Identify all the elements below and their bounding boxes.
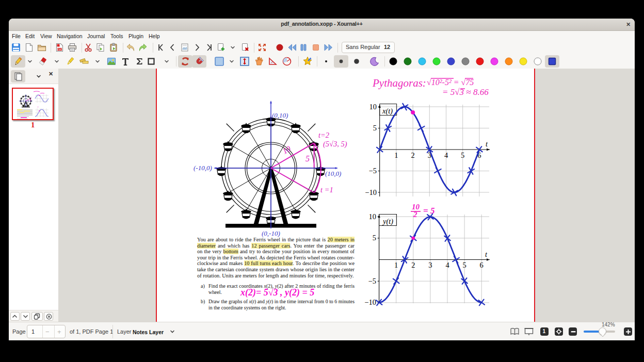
svg-text:1: 1 [394,261,398,269]
svg-text:t: t [31,96,32,98]
svg-text:10: 10 [369,103,377,111]
svg-text:(0,-10): (0,-10) [262,229,280,237]
svg-text:10: 10 [369,212,377,221]
svg-text:t=2: t=2 [318,131,329,139]
svg-text:3: 3 [428,261,432,269]
svg-text:√10²-5² = √75: √10²-5² = √75 [427,78,474,87]
svg-text:5: 5 [462,261,466,269]
svg-text:5: 5 [305,154,310,163]
svg-text:6: 6 [480,261,484,269]
svg-text:Pythagoras:: Pythagoras: [372,77,426,89]
svg-text:(0,10): (0,10) [272,111,288,119]
svg-text:−10: −10 [364,298,376,306]
svg-text:f: f [38,106,39,108]
svg-text:5: 5 [373,124,377,132]
svg-text:−5: −5 [369,167,377,175]
svg-text:5: 5 [461,151,464,159]
svg-text:−10: −10 [365,188,377,196]
svg-text:t: t [486,140,488,148]
svg-text:−5: −5 [368,277,376,285]
svg-text:4: 4 [444,151,448,159]
svg-text:x(t): x(t) [382,107,393,116]
svg-text:10: 10 [412,203,420,211]
svg-text:y(t): y(t) [382,217,393,226]
svg-text:4: 4 [445,261,449,269]
svg-text:t =1: t =1 [320,186,333,194]
svg-text:PDF: PDF [57,48,62,51]
svg-text:= 5√3 ≈ 8.66: = 5√3 ≈ 8.66 [442,87,489,97]
svg-text:(-10,0): (-10,0) [194,164,212,172]
svg-text:2: 2 [411,151,414,159]
svg-text:5: 5 [373,234,376,242]
svg-text:2: 2 [411,261,415,269]
svg-text:(10,0): (10,0) [325,170,341,177]
svg-text:(5√3, 5): (5√3, 5) [323,140,347,149]
svg-text:t: t [485,250,488,258]
svg-text:1: 1 [394,151,398,159]
svg-text:10: 10 [281,144,292,155]
svg-text:= 5: = 5 [423,206,435,216]
